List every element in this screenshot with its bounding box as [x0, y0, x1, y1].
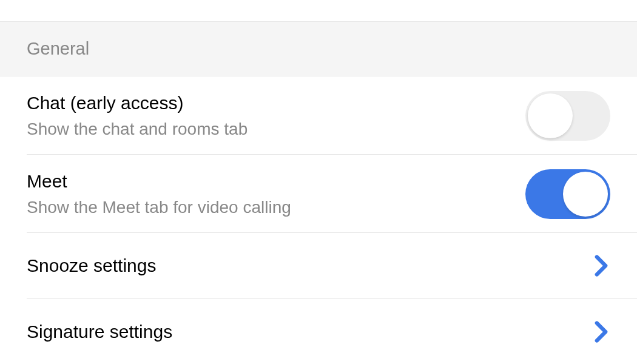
toggle-thumb — [563, 172, 608, 217]
top-spacer — [0, 0, 637, 21]
section-header-label: General — [27, 39, 610, 59]
item-text-meet: Meet Show the Meet tab for video calling — [27, 171, 525, 217]
nav-item-signature[interactable]: Signature settings — [27, 299, 637, 346]
settings-item-meet: Meet Show the Meet tab for video calling — [27, 155, 637, 233]
item-title-chat: Chat (early access) — [27, 93, 525, 113]
toggle-thumb — [528, 93, 573, 138]
chevron-right-icon — [592, 254, 610, 278]
item-title-meet: Meet — [27, 171, 525, 192]
section-header-general: General — [0, 21, 637, 76]
item-subtitle-meet: Show the Meet tab for video calling — [27, 198, 525, 217]
item-subtitle-chat: Show the chat and rooms tab — [27, 120, 525, 139]
settings-item-chat: Chat (early access) Show the chat and ro… — [27, 76, 637, 155]
toggle-chat[interactable] — [525, 91, 610, 141]
nav-item-snooze[interactable]: Snooze settings — [27, 233, 637, 299]
item-title-signature: Signature settings — [27, 322, 172, 342]
item-text-chat: Chat (early access) Show the chat and ro… — [27, 93, 525, 139]
toggle-meet[interactable] — [525, 169, 610, 219]
item-title-snooze: Snooze settings — [27, 255, 156, 276]
chevron-right-icon — [592, 320, 610, 344]
